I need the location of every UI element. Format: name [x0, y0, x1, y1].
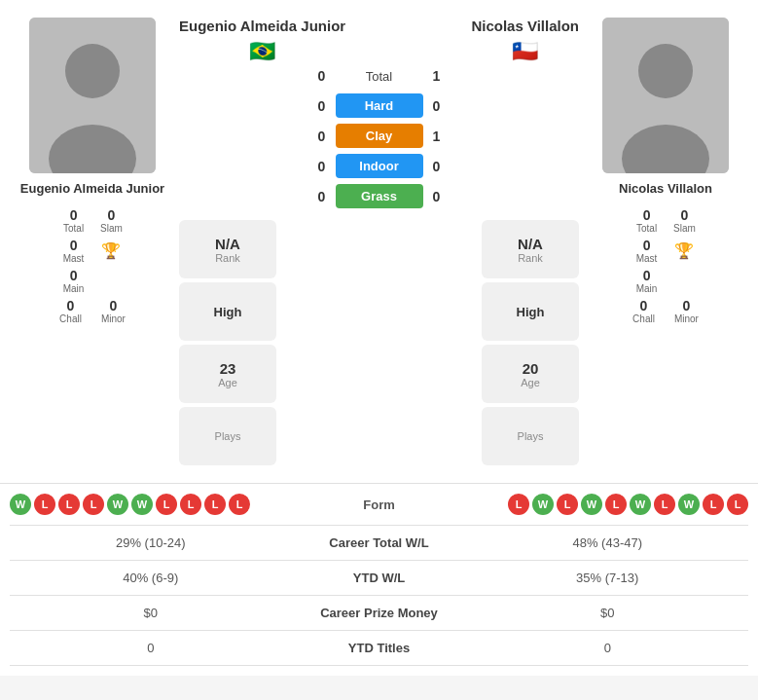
- grass-score-p2: 0: [427, 189, 447, 204]
- form-badge-l: L: [34, 494, 55, 515]
- player1-minor-value: 0: [110, 298, 118, 313]
- prize-label: Career Prize Money: [292, 606, 467, 620]
- player2-chall-label: Chall: [632, 313, 655, 324]
- player1-age-label: Age: [218, 377, 237, 388]
- form-badge-l: L: [557, 494, 578, 515]
- form-badge-l: L: [156, 494, 177, 515]
- player1-mast-value: 0: [70, 238, 78, 253]
- grass-button[interactable]: Grass: [336, 184, 423, 208]
- form-badge-l: L: [727, 494, 748, 515]
- player1-flag: 🇧🇷: [249, 39, 275, 64]
- career-wl-row: 29% (10-24) Career Total W/L 48% (43-47): [10, 526, 748, 561]
- player2-main-cell: 0 Main: [632, 268, 661, 294]
- top-section: Eugenio Almeida Junior 0 Total 0 Slam 0 …: [0, 0, 758, 484]
- clay-button[interactable]: Clay: [336, 124, 423, 148]
- player2-panel: Nicolas Villalon 0 Total 0 Slam 0 Mast 🏆: [583, 18, 748, 465]
- player1-trophy-icon: 🏆: [101, 241, 121, 260]
- player2-mast-cell: 0 Mast: [632, 238, 661, 264]
- player2-stats: 0 Total 0 Slam 0 Mast 🏆 0 Main: [632, 207, 699, 324]
- player1-info-cards: N/A Rank High 23 Age Plays: [179, 220, 276, 465]
- form-badge-l: L: [703, 494, 724, 515]
- career-wl-label: Career Total W/L: [292, 535, 467, 550]
- form-badge-l: L: [204, 494, 226, 515]
- player1-rank-label: Rank: [215, 252, 240, 264]
- bottom-section: WLLLWWLLLL Form LWLWLWLWLL 29% (10-24) C…: [0, 484, 758, 676]
- player1-minor-label: Minor: [101, 313, 126, 324]
- player1-mast-cell: 0 Mast: [59, 238, 88, 264]
- player1-plays-card: Plays: [179, 407, 276, 465]
- form-badge-w: W: [630, 494, 651, 515]
- ytd-titles-p1: 0: [10, 641, 292, 655]
- player2-header-name: Nicolas Villalon: [471, 18, 579, 35]
- indoor-score-p1: 0: [312, 159, 332, 174]
- hard-button[interactable]: Hard: [336, 93, 423, 118]
- player2-age-label: Age: [521, 377, 540, 388]
- player1-form-badges: WLLLWWLLLL: [10, 494, 250, 515]
- prize-p2: $0: [467, 606, 749, 620]
- clay-score-row: 0 Clay 1: [179, 124, 579, 148]
- form-badge-l: L: [508, 494, 529, 515]
- player1-slam-cell: 0 Slam: [97, 207, 126, 234]
- grass-score-p1: 0: [312, 189, 332, 204]
- clay-score-p1: 0: [312, 129, 332, 144]
- player2-header: Nicolas Villalon 🇨🇱: [471, 18, 579, 64]
- form-badge-l: L: [58, 494, 80, 515]
- hard-score-p2: 0: [427, 98, 447, 114]
- total-label: Total: [336, 69, 423, 84]
- player2-mast-value: 0: [643, 238, 651, 253]
- player2-main-value: 0: [643, 268, 651, 283]
- center-panel: Eugenio Almeida Junior 🇧🇷 Nicolas Villal…: [175, 18, 583, 465]
- player2-chall-value: 0: [640, 298, 648, 313]
- ytd-wl-p1: 40% (6-9): [10, 571, 292, 585]
- player1-stats: 0 Total 0 Slam 0 Mast 🏆 0 Main: [59, 207, 126, 324]
- player2-main-label: Main: [636, 283, 658, 294]
- player2-rank-card: N/A Rank: [482, 220, 579, 278]
- form-badge-w: W: [678, 494, 700, 515]
- indoor-score-row: 0 Indoor 0: [179, 154, 579, 178]
- form-badge-l: L: [229, 494, 250, 515]
- svg-point-1: [65, 44, 120, 98]
- player2-form-badges: LWLWLWLWLL: [508, 494, 748, 515]
- player1-trophy-cell: 🏆: [97, 238, 126, 264]
- player1-chall-label: Chall: [59, 313, 82, 324]
- player1-high-card: High: [179, 282, 276, 341]
- ytd-wl-p2: 35% (7-13): [467, 571, 749, 585]
- player1-total-label: Total: [63, 223, 84, 234]
- player1-chall-value: 0: [67, 298, 75, 313]
- player1-header-name: Eugenio Almeida Junior: [179, 18, 345, 35]
- player2-minor-cell: 0 Minor: [674, 298, 699, 324]
- clay-score-p2: 1: [427, 129, 447, 144]
- player2-chall-cell: 0 Chall: [632, 298, 655, 324]
- player1-slam-label: Slam: [100, 223, 123, 234]
- player1-total-cell: 0 Total: [59, 207, 88, 234]
- player1-panel: Eugenio Almeida Junior 0 Total 0 Slam 0 …: [10, 18, 175, 465]
- form-badge-l: L: [83, 494, 104, 515]
- ytd-wl-row: 40% (6-9) YTD W/L 35% (7-13): [10, 561, 748, 596]
- player2-age-value: 20: [523, 360, 539, 377]
- player1-total-value: 0: [70, 207, 78, 223]
- career-wl-p1: 29% (10-24): [10, 535, 292, 550]
- player2-high-card: High: [482, 282, 579, 341]
- form-row: WLLLWWLLLL Form LWLWLWLWLL: [10, 484, 748, 526]
- form-badge-l: L: [180, 494, 201, 515]
- player1-main-value: 0: [70, 268, 78, 283]
- player1-main-cell: 0 Main: [59, 268, 88, 294]
- player1-chall-cell: 0 Chall: [59, 298, 82, 324]
- prize-p1: $0: [10, 606, 292, 620]
- player2-trophy-cell: 🏆: [670, 238, 699, 264]
- player2-slam-value: 0: [681, 207, 689, 223]
- form-badge-w: W: [107, 494, 128, 515]
- player1-header: Eugenio Almeida Junior 🇧🇷: [179, 18, 345, 64]
- indoor-button[interactable]: Indoor: [336, 154, 423, 178]
- indoor-score-p2: 0: [427, 159, 447, 174]
- player1-rank-value: N/A: [215, 236, 240, 252]
- player1-name: Eugenio Almeida Junior: [20, 181, 164, 196]
- player1-main-label: Main: [63, 283, 85, 294]
- player1-age-card: 23 Age: [179, 345, 276, 403]
- career-wl-p2: 48% (43-47): [467, 535, 749, 550]
- player1-age-value: 23: [220, 360, 236, 377]
- stats-table: 29% (10-24) Career Total W/L 48% (43-47)…: [10, 526, 748, 666]
- hard-score-row: 0 Hard 0: [179, 93, 579, 118]
- player2-slam-cell: 0 Slam: [670, 207, 699, 234]
- prize-row: $0 Career Prize Money $0: [10, 596, 748, 631]
